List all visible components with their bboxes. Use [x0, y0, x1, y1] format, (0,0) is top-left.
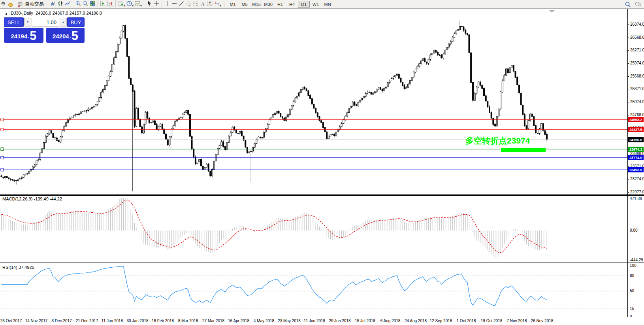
timeframe-m5-button[interactable]: M5 — [239, 1, 250, 8]
price-tick — [627, 192, 629, 193]
volume-decrease-button[interactable]: ▼ — [24, 18, 31, 26]
candles-chart-icon[interactable] — [57, 0, 64, 7]
rsi-axis-label: 50 — [630, 289, 634, 293]
dropdown-caret-icon[interactable]: ▾ — [220, 4, 221, 8]
timeframe-m30-button[interactable]: M30 — [262, 1, 274, 8]
volume-increase-button[interactable]: ▲ — [60, 18, 67, 26]
rsi-axis-label: 15 — [630, 306, 634, 311]
price-tick — [627, 102, 629, 102]
bars-chart-icon[interactable] — [50, 0, 57, 7]
date-label: 24 Aug 2018 — [402, 319, 429, 323]
svg-text:E: E — [189, 4, 191, 7]
buy-price-main: 24204 — [53, 31, 69, 42]
date-label: 18 Feb 2018 — [149, 319, 177, 323]
macd-histogram — [2, 198, 547, 258]
macd-axis-label: 0.00 — [630, 228, 637, 232]
price-tick-label: 23274.0 — [630, 177, 644, 181]
toolbar-separator — [144, 0, 144, 7]
volume-input[interactable] — [32, 18, 59, 26]
tile-windows-icon[interactable] — [89, 0, 96, 7]
price-chart-canvas[interactable] — [0, 9, 628, 194]
price-tick-label: 25371.0 — [630, 87, 644, 91]
dropdown-caret-icon[interactable]: ▾ — [140, 4, 142, 8]
panel-separator — [0, 263, 644, 263]
symbol-title: ▲ DJ30-,Daily 24326.0 24367.0 24157.0 24… — [5, 11, 102, 15]
price-tick-label: 25974.0 — [630, 61, 644, 65]
timeframe-bar: M1M5M15M30H1H4D1W1MN — [227, 0, 333, 8]
zoom-out-icon[interactable] — [82, 0, 89, 7]
buy-price-dot: . — [70, 31, 71, 42]
collapse-trade-panel-icon[interactable]: ▲ — [5, 12, 8, 15]
fibonacci-icon[interactable]: F — [192, 0, 199, 7]
buy-price-box[interactable]: 24204.5 — [46, 28, 85, 43]
price-line-badge: 23493.9 — [628, 167, 644, 172]
timeframe-h1-button[interactable]: H1 — [274, 1, 286, 8]
sell-price-box[interactable]: 24194.5 — [4, 28, 43, 43]
price-tick — [627, 179, 629, 180]
date-label: 26 Nov 2018 — [528, 319, 556, 323]
timeframe-d1-button[interactable]: D1 — [298, 1, 310, 8]
toolbar-separator — [115, 0, 116, 7]
price-line-badge: 23974.3 — [628, 147, 644, 152]
annotation-text[interactable]: 多空转折点23974 — [465, 135, 530, 146]
price-line-badge: 24196.0 — [628, 137, 644, 142]
sell-button[interactable]: SELL — [4, 17, 24, 27]
price-line-badge: 24427.5 — [628, 127, 644, 132]
macd-label: MACD(12,26,9) -139.49 -44.22 — [2, 197, 62, 201]
sell-price-main: 24194 — [11, 31, 27, 42]
toolbar: 单 自动交易 ▾▾▾EFAT▾ M1M5M15M30H1H4D1W1MN — [0, 0, 644, 9]
date-label: 19 Oct 2018 — [478, 319, 505, 323]
price-tick — [627, 50, 629, 51]
autotrade-button[interactable]: 自动交易 — [15, 0, 45, 8]
text-icon[interactable]: A — [199, 0, 206, 7]
date-label: 21 Dec 2017 — [73, 319, 101, 323]
price-tick — [627, 25, 629, 25]
sell-price-dot: . — [28, 31, 29, 42]
rsi-axis-label: 80 — [630, 274, 634, 278]
dropdown-caret-icon[interactable]: ▾ — [132, 4, 134, 8]
hline-icon[interactable] — [171, 0, 178, 7]
timeframe-m15-button[interactable]: M15 — [250, 1, 262, 8]
price-tick — [627, 166, 629, 167]
toolbar-separator — [73, 0, 73, 7]
price-axis[interactable]: 26874.026568.026271.025974.025668.025371… — [627, 0, 644, 325]
toolbar-icon-groups: ▾▾▾EFAT▾ — [46, 0, 222, 8]
chart-shift-marker-icon[interactable] — [549, 10, 555, 13]
channel-icon[interactable]: E — [185, 0, 192, 7]
line-chart-icon[interactable] — [64, 0, 71, 7]
chart-shift-icon[interactable] — [107, 0, 114, 7]
autoscroll-icon[interactable] — [100, 0, 107, 7]
date-label: 16 Apr 2018 — [225, 319, 252, 323]
new-order-gold-icon[interactable] — [7, 1, 14, 8]
timeframe-h4-button[interactable]: H4 — [286, 1, 298, 8]
date-label: 29 Jun 2018 — [326, 319, 354, 323]
label-icon[interactable]: T — [206, 0, 213, 7]
price-tick-label: 24768.0 — [630, 113, 644, 117]
zoom-in-icon[interactable] — [75, 0, 82, 7]
crosshair-icon[interactable] — [153, 0, 160, 7]
buy-button[interactable]: BUY — [67, 17, 85, 27]
price-tick — [627, 89, 629, 89]
trendline-icon[interactable] — [178, 0, 185, 7]
timeframe-mn-button[interactable]: MN — [322, 1, 333, 8]
macd-panel-canvas[interactable] — [0, 196, 628, 262]
orders-label[interactable]: 单 — [1, 1, 6, 8]
macd-signal-line — [2, 200, 547, 253]
svg-text:A: A — [201, 1, 205, 7]
toolbar-separator — [162, 0, 162, 7]
rsi-panel-canvas[interactable] — [0, 264, 628, 317]
timeframe-m1-button[interactable]: M1 — [227, 1, 239, 8]
timeframe-w1-button[interactable]: W1 — [310, 1, 322, 8]
rsi-axis-label: 100 — [630, 263, 636, 268]
price-tick-label: 26874.0 — [630, 22, 644, 26]
date-axis[interactable]: 26 Oct 201714 Nov 20173 Dec 201721 Dec 2… — [0, 317, 644, 325]
dropdown-caret-icon[interactable]: ▾ — [124, 4, 125, 8]
toolbar-separator — [98, 0, 98, 7]
annotation-highlight-rect[interactable] — [501, 148, 546, 152]
buy-price-big-digit: 5 — [72, 30, 78, 42]
candlestick-series — [1, 21, 548, 192]
date-label: 26 Oct 2017 — [0, 319, 25, 323]
one-click-trade-panel: SELL ▼ ▲ BUY 24194.5 24204.5 — [4, 17, 85, 43]
cursor-icon[interactable] — [146, 0, 153, 7]
vline-icon[interactable] — [164, 0, 171, 7]
